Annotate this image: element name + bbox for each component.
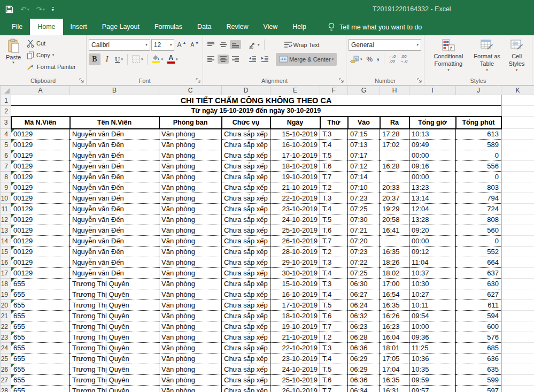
cell[interactable]: Chưa sắp xếp: [222, 193, 270, 204]
empty-cell[interactable]: [501, 106, 534, 117]
cell[interactable]: Văn phòng: [159, 364, 222, 375]
cell[interactable]: T.3: [320, 279, 348, 289]
number-format-select[interactable]: General ▾: [349, 39, 421, 51]
cell[interactable]: 07:13: [348, 140, 380, 150]
increase-decimal-button[interactable]: ←.0.00: [387, 53, 398, 65]
cell[interactable]: 19-10-2019: [270, 172, 320, 182]
cell[interactable]: 10:36: [409, 353, 456, 364]
cell[interactable]: Nguyễn văn Đến: [70, 150, 159, 161]
cell[interactable]: Chưa sắp xếp: [222, 343, 270, 353]
cell[interactable]: 16:04: [380, 332, 409, 343]
cell[interactable]: Chưa sắp xếp: [222, 300, 270, 311]
cell[interactable]: T.3: [320, 343, 348, 353]
tab-help[interactable]: Help: [285, 19, 314, 35]
sheet-subtitle-cell[interactable]: Từ ngày 15-10-2019 đến ngày 30-10-2019: [11, 106, 501, 117]
cell[interactable]: Chưa sắp xếp: [222, 353, 270, 364]
font-size-select[interactable]: 12 ▾: [151, 39, 175, 51]
cell[interactable]: Văn phòng: [159, 343, 222, 353]
empty-cell[interactable]: [501, 182, 534, 193]
merge-center-button[interactable]: Merge & Center ▾: [276, 53, 337, 66]
cell[interactable]: 16:31: [380, 386, 409, 392]
empty-cell[interactable]: [501, 172, 534, 182]
cell[interactable]: Văn phòng: [159, 225, 222, 236]
cell[interactable]: Trương Thị Quyên: [70, 364, 159, 375]
borders-button[interactable]: ▾: [130, 54, 145, 64]
row-header[interactable]: 22: [1, 321, 11, 332]
cell[interactable]: 655: [11, 364, 70, 375]
cell[interactable]: T.4: [320, 204, 348, 214]
cell[interactable]: T.6: [320, 375, 348, 386]
cell[interactable]: 00129: [11, 268, 70, 279]
column-header-k[interactable]: K: [501, 86, 534, 95]
cell[interactable]: 00129: [11, 161, 70, 172]
cell[interactable]: Văn phòng: [159, 140, 222, 150]
row-header[interactable]: 10: [1, 193, 11, 204]
cell[interactable]: 10:11: [409, 300, 456, 311]
cell[interactable]: 06:30: [348, 279, 380, 289]
cell[interactable]: Nguyễn văn Đến: [70, 172, 159, 182]
dialog-launcher-icon[interactable]: [196, 78, 201, 83]
cell[interactable]: Chưa sắp xếp: [222, 311, 270, 321]
cell[interactable]: T.7: [320, 321, 348, 332]
cell[interactable]: 06:27: [348, 289, 380, 300]
row-header[interactable]: 1: [1, 95, 11, 106]
cell[interactable]: 00129: [11, 193, 70, 204]
cell[interactable]: 552: [456, 247, 501, 257]
empty-cell[interactable]: [501, 279, 534, 289]
cell[interactable]: Văn phòng: [159, 204, 222, 214]
cell[interactable]: [380, 236, 409, 247]
row-header[interactable]: 5: [1, 140, 11, 150]
cell[interactable]: 17:02: [380, 140, 409, 150]
cell[interactable]: Chưa sắp xếp: [222, 279, 270, 289]
decrease-decimal-button[interactable]: .00→.0: [398, 53, 409, 65]
cell[interactable]: 685: [456, 343, 501, 353]
cell[interactable]: 23-10-2019: [270, 353, 320, 364]
dialog-launcher-icon[interactable]: [79, 78, 84, 83]
cell[interactable]: 23-10-2019: [270, 204, 320, 214]
row-header[interactable]: 25: [1, 353, 11, 364]
cell[interactable]: 10:13: [409, 129, 456, 140]
cell[interactable]: Văn phòng: [159, 321, 222, 332]
cell[interactable]: 19-10-2019: [270, 321, 320, 332]
cell[interactable]: 16:35: [380, 247, 409, 257]
cell[interactable]: 09:49: [409, 140, 456, 150]
cell[interactable]: Văn phòng: [159, 332, 222, 343]
cell[interactable]: 655: [11, 279, 70, 289]
cell[interactable]: Chưa sắp xếp: [222, 268, 270, 279]
empty-cell[interactable]: [501, 300, 534, 311]
table-header-cell[interactable]: Phòng ban: [159, 117, 222, 129]
row-header[interactable]: 14: [1, 236, 11, 247]
cell[interactable]: 655: [11, 386, 70, 392]
cell[interactable]: 20:58: [380, 214, 409, 225]
row-header[interactable]: 6: [1, 150, 11, 161]
cell[interactable]: Trương Thị Quyên: [70, 300, 159, 311]
cell[interactable]: 07:23: [348, 247, 380, 257]
cell[interactable]: 07:15: [348, 129, 380, 140]
tab-home[interactable]: Home: [30, 19, 63, 35]
cell[interactable]: Nguyễn văn Đến: [70, 129, 159, 140]
table-header-cell[interactable]: Mã N.Viên: [11, 117, 70, 129]
cell[interactable]: 10:35: [409, 364, 456, 375]
cell[interactable]: Văn phòng: [159, 386, 222, 392]
increase-font-size-button[interactable]: A▲: [175, 40, 188, 50]
cell[interactable]: [380, 150, 409, 161]
cell[interactable]: Nguyễn văn Đến: [70, 161, 159, 172]
cell[interactable]: T.4: [320, 289, 348, 300]
row-header[interactable]: 18: [1, 279, 11, 289]
cell[interactable]: 16:54: [380, 289, 409, 300]
cell[interactable]: T.7: [320, 386, 348, 392]
cell[interactable]: 17:04: [380, 364, 409, 375]
empty-cell[interactable]: [501, 332, 534, 343]
cell[interactable]: 655: [11, 311, 70, 321]
cell[interactable]: Văn phòng: [159, 129, 222, 140]
cell[interactable]: 597: [456, 386, 501, 392]
cell[interactable]: 16-10-2019: [270, 140, 320, 150]
cell[interactable]: Văn phòng: [159, 311, 222, 321]
fill-color-button[interactable]: ▾: [150, 54, 165, 64]
cell[interactable]: Nguyễn văn Đến: [70, 140, 159, 150]
cell[interactable]: T.3: [320, 193, 348, 204]
cell[interactable]: 18:26: [380, 257, 409, 268]
cell[interactable]: 17-10-2019: [270, 300, 320, 311]
cell[interactable]: 07:22: [348, 257, 380, 268]
cell[interactable]: T.5: [320, 150, 348, 161]
